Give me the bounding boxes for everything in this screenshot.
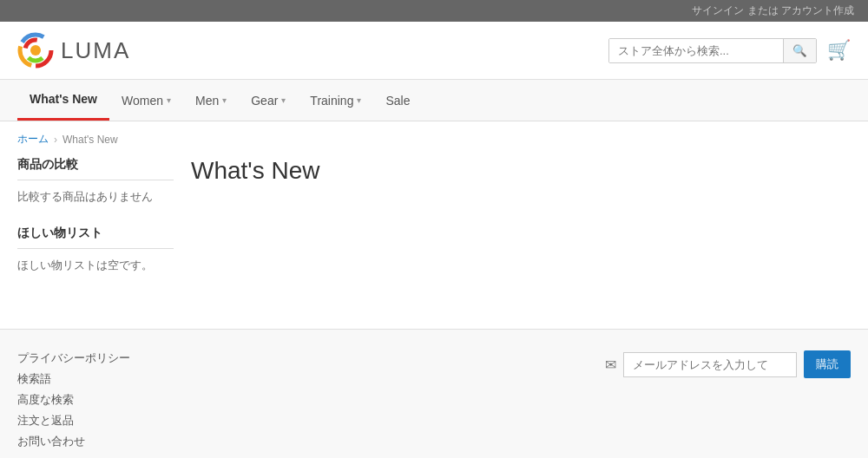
compare-text: 比較する商品はありません [17,189,174,205]
logo-text: LUMA [61,37,130,64]
chevron-down-icon: ▾ [357,95,361,105]
footer-link-orders[interactable]: 注文と返品 [17,413,130,429]
search-box[interactable]: 🔍 [608,38,817,63]
breadcrumb-current: What's New [62,134,118,146]
chevron-down-icon: ▾ [167,95,171,105]
header-right: 🔍 🛒 [608,38,851,63]
footer: プライバシーポリシー 検索語 高度な検索 注文と返品 お問い合わせ ✉ 購読 [0,329,868,458]
nav-item-whats-new[interactable]: What's New [17,80,109,121]
nav-item-women[interactable]: Women ▾ [109,82,183,120]
page-title: What's New [191,157,851,193]
compare-title: 商品の比較 [17,157,174,180]
logo-icon [17,32,54,69]
logo-area[interactable]: LUMA [17,32,130,69]
chevron-down-icon: ▾ [281,95,286,105]
top-bar: サインイン または アカウント作成 [0,0,868,22]
footer-link-contact[interactable]: お問い合わせ [17,434,130,449]
footer-link-search[interactable]: 検索語 [17,371,130,387]
footer-link-privacy[interactable]: プライバシーポリシー [17,350,130,366]
newsletter-input[interactable] [623,352,797,377]
breadcrumb: ホーム › What's New [0,121,868,157]
svg-point-5 [30,45,41,56]
footer-links: プライバシーポリシー 検索語 高度な検索 注文と返品 お問い合わせ [17,350,130,449]
wishlist-title: ほしい物リスト [17,226,174,249]
breadcrumb-home-link[interactable]: ホーム [17,132,49,147]
nav-item-training[interactable]: Training ▾ [298,82,373,120]
header: LUMA 🔍 🛒 [0,22,868,80]
wishlist-text: ほしい物リストは空です。 [17,258,174,273]
wishlist-section: ほしい物リスト ほしい物リストは空です。 [17,226,174,273]
main-nav: What's New Women ▾ Men ▾ Gear ▾ Training… [0,80,868,121]
breadcrumb-separator: › [54,134,57,146]
nav-item-men[interactable]: Men ▾ [183,82,239,120]
footer-link-advanced-search[interactable]: 高度な検索 [17,392,130,408]
chevron-down-icon: ▾ [222,95,227,105]
search-button[interactable]: 🔍 [783,39,816,62]
page-content: What's New [191,157,851,294]
search-input[interactable] [609,39,783,62]
cart-icon[interactable]: 🛒 [827,39,851,62]
sidebar: 商品の比較 比較する商品はありません ほしい物リスト ほしい物リストは空です。 [17,157,191,294]
newsletter-area: ✉ 購読 [605,350,851,378]
nav-item-gear[interactable]: Gear ▾ [239,82,298,120]
main-content: 商品の比較 比較する商品はありません ほしい物リスト ほしい物リストは空です。 … [0,157,868,329]
topbar-text: サインイン または アカウント作成 [692,4,854,16]
newsletter-button[interactable]: 購読 [804,350,851,378]
nav-item-sale[interactable]: Sale [373,82,422,120]
footer-inner: プライバシーポリシー 検索語 高度な検索 注文と返品 お問い合わせ ✉ 購読 [17,350,851,449]
compare-section: 商品の比較 比較する商品はありません [17,157,174,205]
mail-icon: ✉ [605,357,616,373]
